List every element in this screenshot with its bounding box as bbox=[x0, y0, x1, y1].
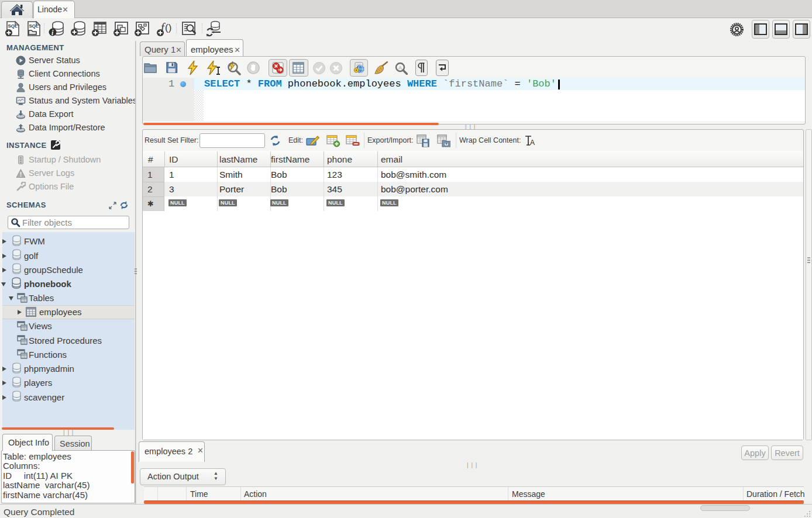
svg-text:SQL: SQL bbox=[29, 23, 39, 29]
svg-text:(): () bbox=[165, 22, 171, 33]
svg-text:A: A bbox=[398, 65, 402, 71]
svg-text:A: A bbox=[530, 139, 535, 146]
svg-text:SQL: SQL bbox=[8, 23, 18, 29]
